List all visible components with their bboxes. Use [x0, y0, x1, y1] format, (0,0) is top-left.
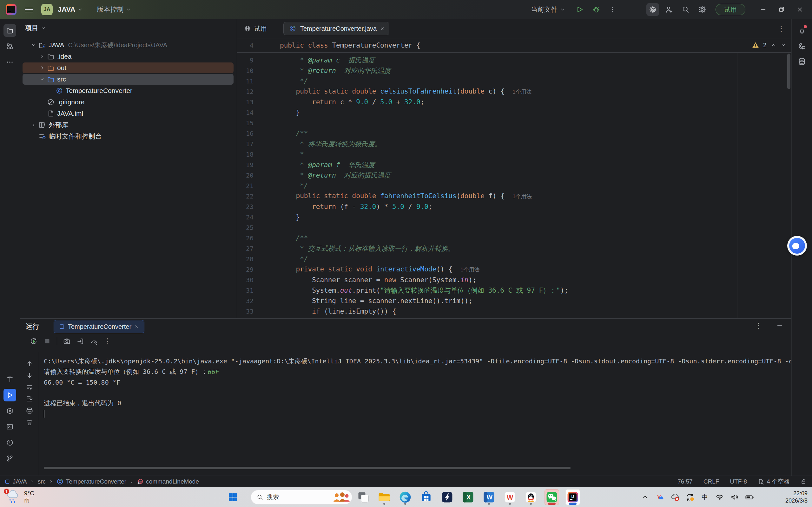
- write-access-widget[interactable]: [801, 478, 807, 485]
- tray-expand-button[interactable]: [640, 493, 650, 502]
- chevron-right-icon[interactable]: [30, 122, 38, 127]
- indent-widget[interactable]: 4 个空格: [758, 477, 790, 486]
- code-line-24[interactable]: 24 }: [237, 212, 792, 222]
- breadcrumb-item[interactable]: src: [38, 478, 46, 485]
- code-line-29[interactable]: 29 private static void interactiveMode()…: [237, 264, 792, 275]
- code-line-14[interactable]: 14 }: [237, 107, 792, 118]
- code-line-33[interactable]: 33 if (line.isEmpty()) {: [237, 306, 792, 317]
- code-line-32[interactable]: 32 String line = scanner.nextLine().trim…: [237, 295, 792, 306]
- breadcrumb-item[interactable]: mcommandLineMode: [137, 478, 199, 485]
- terminal-tool-window-button[interactable]: [3, 420, 16, 433]
- profiler-button[interactable]: [90, 337, 98, 345]
- code-line-23[interactable]: 23 return (f - 32.0) * 5.0 / 9.0;: [237, 201, 792, 212]
- project-panel-header[interactable]: 项目: [20, 19, 237, 37]
- chevron-right-icon[interactable]: [38, 65, 46, 70]
- caret-position-widget[interactable]: 76:57: [677, 478, 693, 485]
- tray-sync[interactable]: [685, 493, 695, 502]
- tray-ime-indicator[interactable]: 中: [700, 493, 710, 502]
- chevron-right-icon[interactable]: [38, 54, 46, 59]
- line-separator-widget[interactable]: CRLF: [704, 478, 719, 485]
- prev-problem-icon[interactable]: [771, 42, 776, 48]
- code-line-17[interactable]: 17 * 将华氏度转换为摄氏度。: [237, 138, 792, 149]
- tree-item-scratches[interactable]: 临时文件和控制台: [20, 131, 237, 142]
- database-button[interactable]: [796, 55, 808, 68]
- next-problem-icon[interactable]: [780, 42, 786, 48]
- code-line-20[interactable]: 20 * @return 对应的摄氏温度: [237, 170, 792, 180]
- taskbar-app-store[interactable]: [419, 489, 434, 505]
- build-tool-window-button[interactable]: [3, 373, 16, 386]
- tree-item-gitignore[interactable]: .gitignore: [20, 96, 237, 108]
- soft-wrap-icon[interactable]: [26, 383, 33, 391]
- line-number[interactable]: 25: [237, 224, 278, 231]
- line-number[interactable]: 9: [237, 56, 278, 64]
- code-line-28[interactable]: 28 */: [237, 253, 792, 264]
- start-button[interactable]: [225, 490, 240, 504]
- taskbar-app-idea[interactable]: IJ: [565, 489, 580, 505]
- editor-tab-temperatureconverter[interactable]: C TemperatureConverter.java: [283, 22, 389, 35]
- tray-cloud-error[interactable]: [670, 493, 680, 502]
- scroll-up-icon[interactable]: [26, 360, 33, 368]
- code-line-16[interactable]: 16 /**: [237, 128, 792, 138]
- more-tool-windows-button[interactable]: [3, 56, 16, 68]
- line-number[interactable]: 19: [237, 161, 278, 169]
- taskbar-app-wechat[interactable]: [545, 489, 559, 505]
- editor-trial-widget[interactable]: 试用: [244, 24, 267, 33]
- inspection-widget[interactable]: 2: [752, 42, 786, 49]
- print-icon[interactable]: [26, 407, 33, 414]
- taskbar-app-file-explorer[interactable]: [377, 489, 392, 505]
- run-tab-temperatureconverter[interactable]: TemperatureConverter: [54, 320, 144, 333]
- breadcrumb-item[interactable]: JAVA: [4, 478, 27, 485]
- services-tool-window-button[interactable]: [3, 405, 16, 417]
- line-number[interactable]: 18: [237, 151, 278, 158]
- toolbar-more-button[interactable]: ⋮: [104, 337, 111, 346]
- minimize-button[interactable]: [756, 3, 770, 16]
- line-number[interactable]: 30: [237, 276, 278, 284]
- line-number[interactable]: 28: [237, 255, 278, 263]
- close-button[interactable]: [793, 3, 807, 16]
- tab-options-button[interactable]: ⋮: [777, 24, 785, 33]
- tray-wifi[interactable]: [715, 493, 724, 502]
- line-number[interactable]: 23: [237, 203, 278, 211]
- hide-panel-icon[interactable]: [776, 322, 783, 329]
- chevron-down-icon[interactable]: [38, 77, 46, 82]
- code-line-25[interactable]: 25: [237, 222, 792, 233]
- close-tab-icon[interactable]: [380, 26, 385, 31]
- code-line-30[interactable]: 30 Scanner scanner = new Scanner(System.…: [237, 275, 792, 285]
- dump-threads-button[interactable]: [77, 337, 85, 345]
- structure-tool-window-button[interactable]: [3, 40, 16, 53]
- taskbar-app-qq[interactable]: [523, 489, 538, 505]
- run-button[interactable]: [573, 3, 586, 16]
- line-number[interactable]: 32: [237, 297, 278, 305]
- search-everywhere-button[interactable]: [679, 3, 692, 16]
- scroll-down-icon[interactable]: [26, 372, 33, 379]
- taskbar-clock[interactable]: 22:09 2026/3/8: [785, 490, 808, 504]
- clear-console-icon[interactable]: [26, 418, 33, 426]
- code-line-13[interactable]: 13 return c * 9.0 / 5.0 + 32.0;: [237, 97, 792, 107]
- taskbar-app-edge[interactable]: [398, 489, 412, 505]
- line-number[interactable]: 16: [237, 130, 278, 137]
- code-with-me-button[interactable]: [663, 3, 675, 16]
- line-number[interactable]: 11: [237, 77, 278, 85]
- code-line-31[interactable]: 31 System.out.print("请输入要转换的温度与单位（例如 36.…: [237, 285, 792, 295]
- line-number[interactable]: 29: [237, 266, 278, 273]
- run-tool-window-button[interactable]: [3, 389, 16, 401]
- project-tool-window-button[interactable]: [3, 24, 16, 37]
- line-number[interactable]: 26: [237, 234, 278, 242]
- line-number[interactable]: 22: [237, 192, 278, 200]
- console-horizontal-scrollbar[interactable]: [44, 467, 570, 469]
- taskbar-search[interactable]: 搜索: [251, 490, 352, 504]
- taskbar-app-word[interactable]: W: [482, 489, 496, 505]
- taskbar-app-dark[interactable]: [440, 489, 454, 505]
- encoding-widget[interactable]: UTF-8: [730, 478, 747, 485]
- taskbar-app-wps[interactable]: W: [503, 489, 517, 505]
- tray-wps-cloud[interactable]: V: [655, 493, 665, 502]
- line-number[interactable]: 13: [237, 98, 278, 106]
- line-number[interactable]: 14: [237, 109, 278, 116]
- line-number[interactable]: 17: [237, 140, 278, 148]
- close-tab-icon[interactable]: [135, 324, 139, 329]
- line-number[interactable]: 33: [237, 307, 278, 315]
- code-line-21[interactable]: 21 */: [237, 180, 792, 191]
- code-line-26[interactable]: 26 /**: [237, 233, 792, 243]
- project-selector[interactable]: JAVA: [58, 5, 83, 14]
- line-number[interactable]: 21: [237, 182, 278, 189]
